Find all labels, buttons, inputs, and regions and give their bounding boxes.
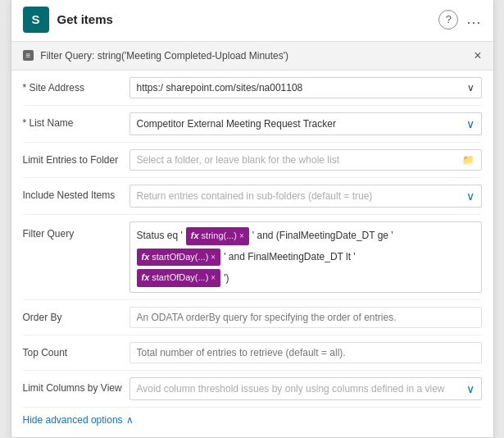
filter-query-area[interactable]: Status eq ' fx string(...) × ' and (Fina…	[129, 221, 482, 293]
more-options-button[interactable]: ...	[466, 11, 481, 28]
fq-chip2-remove[interactable]: ×	[211, 250, 216, 265]
get-items-card: S Get items ? ... ≡ Filter Query: string…	[11, 0, 494, 438]
fq-chip1-icon: fx	[191, 228, 199, 244]
filter-banner: ≡ Filter Query: string('Meeting Complete…	[11, 42, 493, 71]
order-by-input[interactable]	[129, 307, 482, 328]
fq-chip3-value: startOfDay(...)	[152, 270, 208, 286]
list-name-chevron: ∨	[466, 117, 474, 130]
list-name-label: * List Name	[23, 112, 129, 129]
site-address-row: * Site Address https:/ sharepoint.com/si…	[23, 71, 482, 106]
site-address-text: https:/ sharepoint.com/sites/na001108	[137, 82, 303, 94]
chevron-up-icon: ∧	[126, 414, 134, 426]
limit-entries-row: Limit Entries to Folder Select a folder,…	[23, 143, 482, 178]
limit-columns-row: Limit Columns by View Avoid column thres…	[23, 371, 482, 408]
card-body: * Site Address https:/ sharepoint.com/si…	[11, 71, 493, 437]
top-count-value	[129, 342, 482, 363]
include-nested-input[interactable]: Return entries contained in sub-folders …	[129, 185, 482, 208]
include-nested-label: Include Nested Items	[23, 185, 129, 201]
fq-chip3-icon: fx	[142, 270, 150, 286]
order-by-row: Order By	[23, 300, 482, 335]
limit-entries-placeholder: Select a folder, or leave blank for the …	[137, 154, 339, 166]
limit-columns-input[interactable]: Avoid column threshold issues by only us…	[129, 377, 482, 400]
top-count-row: Top Count	[23, 335, 482, 371]
include-nested-placeholder: Return entries contained in sub-folders …	[137, 190, 373, 202]
filter-query-row: Filter Query Status eq ' fx string(...) …	[23, 215, 482, 300]
fq-line1-suffix: ' and (FinalMeetingDate_DT ge '	[252, 227, 393, 245]
fq-line-2: fx startOfDay(...) × ' and FinalMeetingD…	[137, 249, 474, 267]
help-button[interactable]: ?	[438, 10, 458, 30]
app-icon: S	[23, 7, 49, 33]
filter-banner-close[interactable]: ×	[474, 48, 481, 63]
top-count-input[interactable]	[129, 342, 482, 363]
folder-icon: 📁	[462, 154, 474, 166]
fq-chip1-remove[interactable]: ×	[239, 229, 244, 244]
fq-line-1: Status eq ' fx string(...) × ' and (Fina…	[137, 227, 474, 245]
site-address-chevron: ∨	[467, 82, 474, 94]
order-by-label: Order By	[23, 307, 129, 323]
include-nested-row: Include Nested Items Return entries cont…	[23, 178, 482, 215]
limit-entries-label: Limit Entries to Folder	[23, 149, 129, 166]
fq-chip2-value: startOfDay(...)	[152, 249, 208, 266]
site-address-input[interactable]: https:/ sharepoint.com/sites/na001108 ∨	[129, 77, 482, 98]
limit-entries-input[interactable]: Select a folder, or leave blank for the …	[129, 149, 482, 171]
fq-chip-2[interactable]: fx startOfDay(...) ×	[137, 249, 221, 267]
filter-query-label: Filter Query	[23, 221, 129, 240]
fq-line1-prefix: Status eq '	[137, 227, 183, 245]
fq-line2-suffix: ' and FinalMeetingDate_DT lt '	[224, 249, 355, 267]
list-name-value: Competitor External Meeting Request Trac…	[129, 112, 482, 135]
limit-entries-value: Select a folder, or leave blank for the …	[129, 149, 482, 171]
filter-banner-left: ≡ Filter Query: string('Meeting Complete…	[23, 50, 289, 62]
fq-chip-3[interactable]: fx startOfDay(...) ×	[137, 269, 221, 287]
limit-columns-placeholder: Avoid column threshold issues by only us…	[137, 383, 445, 395]
include-nested-chevron: ∨	[466, 189, 474, 203]
order-by-value	[129, 307, 482, 328]
site-address-label: * Site Address	[23, 77, 129, 94]
hide-advanced-button[interactable]: Hide advanced options ∧	[23, 408, 482, 429]
top-count-label: Top Count	[23, 342, 129, 358]
list-name-text: Competitor External Meeting Request Trac…	[137, 118, 336, 130]
site-address-value: https:/ sharepoint.com/sites/na001108 ∨	[129, 77, 482, 98]
list-name-row: * List Name Competitor External Meeting …	[23, 106, 482, 143]
filter-icon: ≡	[23, 50, 34, 61]
card-title: Get items	[57, 12, 439, 26]
hide-advanced-label: Hide advanced options	[23, 414, 123, 426]
fq-chip2-icon: fx	[142, 249, 150, 266]
list-name-input[interactable]: Competitor External Meeting Request Trac…	[129, 112, 482, 135]
fq-chip3-remove[interactable]: ×	[211, 271, 216, 285]
header-icons: ? ...	[438, 10, 481, 30]
limit-columns-chevron: ∨	[466, 382, 474, 395]
card-header: S Get items ? ...	[11, 0, 493, 42]
fq-chip1-value: string(...)	[202, 228, 237, 244]
limit-columns-label: Limit Columns by View	[23, 377, 129, 394]
limit-columns-value: Avoid column threshold issues by only us…	[129, 377, 482, 400]
include-nested-value: Return entries contained in sub-folders …	[129, 185, 482, 208]
fq-line-3: fx startOfDay(...) × ')	[137, 269, 474, 287]
filter-query-value: Status eq ' fx string(...) × ' and (Fina…	[129, 221, 482, 293]
fq-chip-1[interactable]: fx string(...) ×	[186, 227, 249, 245]
fq-line3-suffix: ')	[224, 270, 229, 288]
filter-banner-text: Filter Query: string('Meeting Completed-…	[40, 50, 288, 62]
